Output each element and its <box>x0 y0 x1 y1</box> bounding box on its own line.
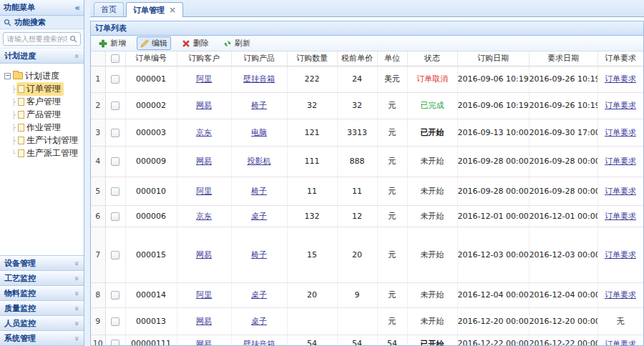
product-link[interactable]: 桌子 <box>251 290 267 300</box>
accordion-header[interactable]: 工艺监控 » <box>0 271 84 286</box>
requirement-link[interactable]: 订单要求 <box>605 340 636 346</box>
cell-unit: 美元 <box>377 66 407 92</box>
tab-home[interactable]: 首页 <box>94 2 124 16</box>
splitter[interactable] <box>84 0 90 346</box>
requirement-link[interactable]: 订单要求 <box>605 212 636 221</box>
customer-link[interactable]: 阿里 <box>196 290 212 300</box>
requirement-link[interactable]: 订单要求 <box>605 290 636 300</box>
row-checkbox[interactable] <box>111 317 119 326</box>
chevron-down-icon: » <box>72 336 82 341</box>
tab-order-management[interactable]: 订单管理 × <box>126 2 183 17</box>
edit-button[interactable]: 编辑 <box>137 36 171 50</box>
row-checkbox[interactable] <box>111 340 119 346</box>
cell-order-date: 2016-09-28 00:00:00 <box>457 146 529 177</box>
tree-item-label: 客户管理 <box>26 96 61 108</box>
row-checkbox[interactable] <box>111 251 119 260</box>
customer-link[interactable]: 网易 <box>196 250 212 260</box>
product-link[interactable]: 壁挂音箱 <box>243 74 275 84</box>
product-link[interactable]: 椅子 <box>251 187 267 196</box>
table-row[interactable]: 5 000010 阿里 椅子 11 11 元 未开始 2016-09-28 00… <box>91 177 643 205</box>
row-checkbox[interactable] <box>111 157 119 166</box>
accordion-header[interactable]: 系统管理 » <box>0 331 84 346</box>
requirement-link[interactable]: 订单要求 <box>605 157 636 166</box>
column-header[interactable]: 订购数量 <box>287 51 337 66</box>
table-row[interactable]: 4 000009 网易 投影机 111 888 元 未开始 2016-09-28… <box>91 146 643 177</box>
cell-requirement: 订单要求 <box>597 227 643 282</box>
accordion-header[interactable]: 设备管理 » <box>0 256 84 271</box>
cell-quantity <box>287 307 337 335</box>
customer-link[interactable]: 京东 <box>196 212 212 221</box>
customer-link[interactable]: 网易 <box>196 340 212 346</box>
tree-item[interactable]: 客户管理 <box>11 95 81 108</box>
column-header[interactable]: 税前单价 <box>337 51 377 66</box>
customer-link[interactable]: 网易 <box>196 101 212 110</box>
sidebar: 功能菜单 « 功能搜索 计划进度 « − 计划进度 <box>0 0 84 346</box>
close-icon[interactable]: × <box>169 6 176 14</box>
product-link[interactable]: 桌子 <box>251 317 267 326</box>
tree-root-node[interactable]: − 计划进度 <box>4 69 81 82</box>
accordion-header-plan-progress[interactable]: 计划进度 « <box>0 49 84 64</box>
table-row[interactable]: 7 000015 网易 椅子 15 20 元 未开始 2016-12-03 00… <box>91 227 643 282</box>
customer-link[interactable]: 网易 <box>196 317 212 326</box>
customer-link[interactable]: 阿里 <box>196 187 212 196</box>
table-row[interactable]: 3 000003 京东 电脑 121 3313 元 已开始 2016-09-13… <box>91 119 643 146</box>
delete-button[interactable]: 删除 <box>178 36 213 50</box>
tree-item[interactable]: 产品管理 <box>11 108 81 121</box>
column-header[interactable]: 状态 <box>407 51 457 66</box>
row-checkbox[interactable] <box>111 102 119 110</box>
row-number: 10 <box>91 335 105 345</box>
product-link[interactable]: 壁挂音箱 <box>243 340 275 346</box>
column-header[interactable]: 订购日期 <box>457 51 529 66</box>
add-button[interactable]: 新增 <box>95 36 130 50</box>
tree-item[interactable]: 生产派工管理 <box>11 147 81 159</box>
accordion-header[interactable]: 人员监控 » <box>0 316 84 331</box>
requirement-link[interactable]: 订单要求 <box>605 128 636 137</box>
accordion-header[interactable]: 质量监控 » <box>0 301 84 316</box>
accordion-header[interactable]: 物料监控 » <box>0 286 84 301</box>
table-row[interactable]: 2 000002 网易 椅子 32 32 元 已完成 2016-09-06 10… <box>91 92 643 119</box>
tree-item[interactable]: 作业管理 <box>11 121 81 134</box>
column-header[interactable]: 要求日期 <box>529 51 597 66</box>
row-checkbox[interactable] <box>111 187 119 196</box>
table-row[interactable]: 10 00000111 网易 壁挂音箱 54 54 54 已开始 2016-12… <box>91 335 643 345</box>
column-header[interactable]: 订单要求 <box>597 51 643 66</box>
product-link[interactable]: 桌子 <box>251 212 267 221</box>
product-link[interactable]: 椅子 <box>251 250 267 260</box>
cell-order-no: 000001 <box>125 66 177 92</box>
product-link[interactable]: 电脑 <box>251 128 267 137</box>
customer-link[interactable]: 网易 <box>196 157 212 166</box>
tree-item[interactable]: 生产计划管理 <box>11 134 81 147</box>
product-link[interactable]: 投影机 <box>248 157 271 166</box>
cell-requirement: 订单要求 <box>597 335 643 345</box>
table-row[interactable]: 9 000013 网易 桌子 元 未开始 2016-12-20 00:00:00 <box>91 307 643 335</box>
cell-unit: 元 <box>377 205 407 227</box>
tree-item[interactable]: 订单管理 <box>11 82 81 95</box>
row-checkbox[interactable] <box>111 291 119 300</box>
refresh-button[interactable]: 刷新 <box>220 36 254 50</box>
collapse-minus-icon[interactable]: − <box>4 73 11 79</box>
cell-require-date: 2016-12-01 00:00:00 <box>529 205 597 227</box>
collapse-left-icon[interactable]: « <box>74 3 80 13</box>
requirement-link[interactable]: 订单要求 <box>605 74 636 84</box>
row-checkbox[interactable] <box>111 75 119 84</box>
column-header[interactable]: 订购产品 <box>231 51 287 66</box>
customer-link[interactable]: 阿里 <box>196 74 212 84</box>
row-checkbox[interactable] <box>111 212 119 221</box>
table-row[interactable]: 8 000014 阿里 桌子 20 9 元 未开始 2016-12-04 00:… <box>91 282 643 307</box>
panel-title: 订单列表 <box>95 23 127 34</box>
select-all-checkbox[interactable] <box>111 54 119 63</box>
product-link[interactable]: 椅子 <box>251 101 267 110</box>
column-header[interactable]: 订单编号 <box>125 51 177 66</box>
table-row[interactable]: 1 000001 阿里 壁挂音箱 222 24 美元 订单取消 2016-09-… <box>91 66 643 92</box>
requirement-link[interactable]: 订单要求 <box>605 187 636 196</box>
tree-item-label: 作业管理 <box>26 122 61 134</box>
requirement-link[interactable]: 无 <box>617 317 625 326</box>
table-row[interactable]: 6 000006 京东 桌子 132 12 元 未开始 2016-12-01 0… <box>91 205 643 227</box>
requirement-link[interactable]: 订单要求 <box>605 250 636 260</box>
column-header[interactable]: 订购客户 <box>177 51 231 66</box>
column-header[interactable]: 单位 <box>377 51 407 66</box>
status-text: 未开始 <box>421 317 444 326</box>
row-checkbox[interactable] <box>111 129 119 137</box>
customer-link[interactable]: 京东 <box>196 128 212 137</box>
requirement-link[interactable]: 订单要求 <box>605 101 636 110</box>
